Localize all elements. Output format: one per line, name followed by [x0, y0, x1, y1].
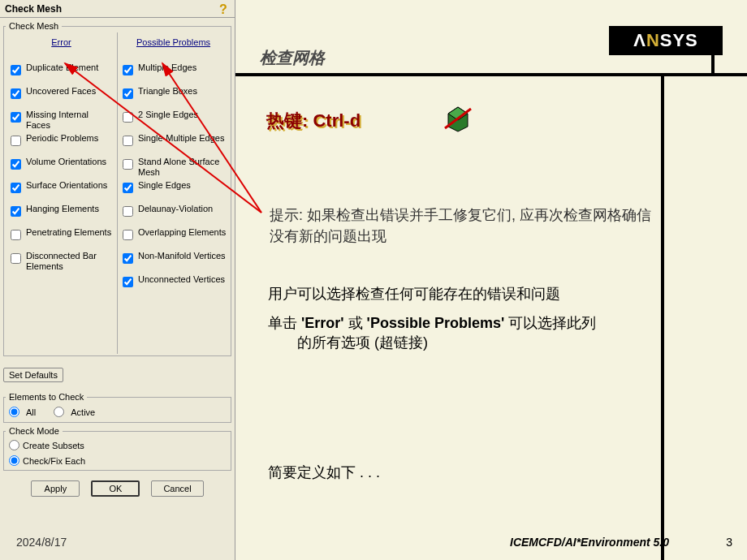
- checkbox-row: Duplicate Element: [7, 62, 115, 84]
- label-create-subsets: Create Subsets: [23, 441, 84, 450]
- problems-header-link[interactable]: Possible Problems: [119, 36, 227, 60]
- radio-create-subsets[interactable]: [9, 440, 19, 450]
- checkbox-row: Unconnected Vertices: [119, 274, 227, 295]
- problem-item-checkbox[interactable]: [123, 112, 133, 123]
- problem-item-checkbox[interactable]: [123, 65, 133, 75]
- checkbox-row: Surface Orientations: [7, 180, 115, 201]
- error-item-label: Duplicate Element: [26, 62, 98, 73]
- slide-title: 检查网格: [260, 47, 325, 69]
- problem-item-label: Overlapping Elements: [138, 227, 226, 238]
- set-defaults-button[interactable]: Set Defaults: [3, 368, 63, 382]
- horizontal-rule: [235, 73, 747, 76]
- footer-page-number: 3: [726, 536, 732, 549]
- label-active: Active: [71, 407, 95, 417]
- error-item-checkbox[interactable]: [11, 253, 21, 264]
- checkbox-row: Volume Orientations: [7, 157, 115, 178]
- body-text-3: 简要定义如下 . . .: [268, 463, 380, 482]
- logo-sys: SYS: [660, 30, 698, 51]
- problem-item-label: Delaunay-Violation: [138, 204, 213, 214]
- error-item-label: Disconnected Bar Elements: [26, 251, 115, 272]
- checkbox-row: Overlapping Elements: [119, 227, 227, 248]
- body2-line2: 的所有选项 (超链接): [268, 333, 674, 352]
- logo-n: N: [646, 30, 660, 51]
- check-mode-legend: Check Mode: [6, 426, 63, 436]
- body2-pp-bold: 'Possible Problems': [367, 315, 505, 331]
- elements-legend: Elements to Check: [6, 392, 87, 402]
- problem-item-label: Multiple Edges: [138, 62, 196, 73]
- problem-item-checkbox[interactable]: [123, 183, 133, 193]
- error-item-checkbox[interactable]: [11, 206, 21, 217]
- problem-item-label: Triangle Boxes: [138, 86, 197, 97]
- mesh-cube-icon: [443, 104, 473, 133]
- checkbox-row: Triangle Boxes: [119, 86, 227, 107]
- problem-item-label: Single Edges: [138, 180, 191, 191]
- hotkey-label: 热键: Ctrl-d: [266, 109, 361, 133]
- titlebar: Check Mesh ?: [0, 0, 235, 18]
- body-text-1: 用户可以选择检查任何可能存在的错误和问题: [268, 284, 666, 304]
- problem-item-checkbox[interactable]: [123, 277, 133, 287]
- logo-a: Λ: [633, 30, 646, 51]
- error-item-label: Volume Orientations: [26, 157, 106, 167]
- checkbox-row: Single-Multiple Edges: [119, 133, 227, 154]
- label-all: All: [26, 407, 36, 417]
- error-header-link[interactable]: Error: [7, 36, 115, 60]
- help-icon[interactable]: ?: [217, 2, 230, 15]
- body2-suffix: 可以选择此列: [504, 315, 596, 331]
- error-item-checkbox[interactable]: [11, 159, 21, 170]
- problem-item-label: Stand Alone Surface Mesh: [138, 157, 227, 178]
- error-item-label: Uncovered Faces: [26, 86, 96, 97]
- check-mesh-panel: Check Mesh ? Check Mesh Error Duplicate …: [0, 0, 235, 560]
- problem-item-checkbox[interactable]: [123, 206, 133, 217]
- checkbox-row: Penetrating Elements: [7, 227, 115, 248]
- elements-to-check-fieldset: Elements to Check All Active: [3, 392, 231, 423]
- checkbox-row: 2 Single Edges: [119, 110, 227, 131]
- checkbox-row: Hanging Elements: [7, 204, 115, 225]
- body2-or: 或: [344, 315, 367, 331]
- ok-button[interactable]: OK: [91, 480, 140, 497]
- problem-item-checkbox[interactable]: [123, 230, 133, 240]
- problem-item-checkbox[interactable]: [123, 88, 133, 99]
- error-item-label: Penetrating Elements: [26, 227, 111, 238]
- body2-prefix: 单击: [268, 315, 301, 331]
- checkbox-row: Multiple Edges: [119, 62, 227, 84]
- problem-item-label: 2 Single Edges: [138, 110, 198, 120]
- error-item-label: Periodic Problems: [26, 133, 98, 144]
- error-item-checkbox[interactable]: [11, 88, 21, 99]
- error-column: Error Duplicate ElementUncovered FacesMi…: [6, 32, 117, 354]
- problem-item-label: Non-Manifold Vertices: [138, 251, 226, 261]
- error-item-checkbox[interactable]: [11, 230, 21, 240]
- problem-item-label: Single-Multiple Edges: [138, 133, 224, 144]
- error-item-label: Missing Internal Faces: [26, 110, 115, 131]
- label-check-fix-each: Check/Fix Each: [23, 456, 85, 466]
- button-row: Apply OK Cancel: [0, 474, 235, 500]
- error-item-checkbox[interactable]: [11, 136, 21, 146]
- problem-item-checkbox[interactable]: [123, 136, 133, 146]
- checkbox-row: Uncovered Faces: [7, 86, 115, 107]
- checkbox-row: Disconnected Bar Elements: [7, 251, 115, 272]
- footer-date: 2024/8/17: [16, 536, 67, 549]
- cancel-button[interactable]: Cancel: [151, 480, 203, 497]
- panel-title: Check Mesh: [5, 3, 217, 15]
- checkbox-row: Stand Alone Surface Mesh: [119, 157, 227, 178]
- problem-item-checkbox[interactable]: [123, 159, 133, 170]
- radio-check-fix-each[interactable]: [9, 455, 19, 466]
- error-item-checkbox[interactable]: [11, 65, 21, 75]
- checkbox-row: Periodic Problems: [7, 133, 115, 154]
- radio-all[interactable]: [9, 407, 19, 417]
- error-item-label: Surface Orientations: [26, 180, 107, 191]
- fieldset-legend: Check Mesh: [6, 21, 62, 31]
- problem-item-checkbox[interactable]: [123, 253, 133, 264]
- checkbox-row: Single Edges: [119, 180, 227, 201]
- apply-button[interactable]: Apply: [31, 480, 80, 497]
- body2-error-bold: 'Error': [301, 315, 344, 331]
- radio-active[interactable]: [54, 407, 64, 417]
- error-item-checkbox[interactable]: [11, 183, 21, 193]
- slide-area: ΛNSYS 检查网格 热键: Ctrl-d 提示: 如果检查出错误并手工修复它们…: [235, 0, 747, 560]
- problems-column: Possible Problems Multiple EdgesTriangle…: [117, 32, 229, 354]
- checkbox-row: Delaunay-Violation: [119, 204, 227, 225]
- checkbox-row: Non-Manifold Vertices: [119, 251, 227, 272]
- tip-text: 提示: 如果检查出错误并手工修复它们, 应再次检查网格确信没有新的问题出现: [270, 205, 659, 247]
- error-item-checkbox[interactable]: [11, 112, 21, 123]
- check-mode-fieldset: Check Mode Create Subsets Check/Fix Each: [3, 426, 231, 471]
- checkbox-row: Missing Internal Faces: [7, 110, 115, 131]
